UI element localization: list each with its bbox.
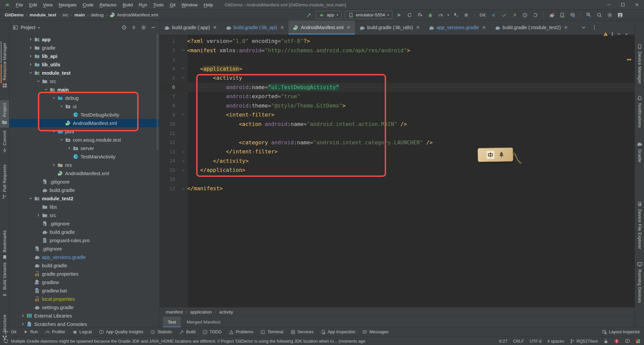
chevron-down-icon[interactable] bbox=[50, 129, 57, 134]
toolwindow-button-run[interactable]: Run bbox=[23, 330, 38, 334]
toolwindow-button-todo[interactable]: TODO bbox=[203, 330, 222, 335]
breadcrumb-item[interactable]: module_test bbox=[30, 12, 56, 17]
menu-window[interactable]: Window bbox=[178, 2, 201, 7]
sidebar-item-device-file-explorer[interactable]: Device File Explorer bbox=[635, 201, 644, 249]
tree-row[interactable]: src bbox=[9, 211, 159, 219]
line-number[interactable]: 10 bbox=[160, 121, 179, 127]
locate-file-button[interactable] bbox=[121, 25, 127, 30]
tab-merged-manifest[interactable]: Merged Manifest bbox=[182, 317, 225, 327]
chevron-down-icon[interactable] bbox=[58, 104, 65, 109]
readonly-lock-icon[interactable] bbox=[603, 339, 608, 344]
line-number[interactable]: 12 bbox=[160, 140, 179, 145]
tab-close-icon[interactable]: ✕ bbox=[346, 25, 351, 30]
chevron-down-icon[interactable] bbox=[35, 79, 42, 84]
profile-button-dropdown[interactable]: ▾ bbox=[447, 13, 449, 17]
tree-row[interactable]: java bbox=[9, 127, 159, 136]
minimize-button[interactable] bbox=[602, 0, 616, 9]
git-commit-button[interactable] bbox=[500, 11, 508, 19]
menu-build[interactable]: Build bbox=[120, 2, 136, 7]
chevron-right-icon[interactable] bbox=[27, 54, 34, 59]
apply-changes-button[interactable] bbox=[416, 11, 424, 19]
status-message[interactable]: Multiple Gradle daemons might be spawned… bbox=[11, 339, 365, 344]
tree-row[interactable]: MFAndroidManifest.xml bbox=[9, 119, 159, 127]
tree-row[interactable]: TestDebugActivity bbox=[9, 111, 159, 119]
line-separator[interactable]: CRLF bbox=[513, 339, 524, 344]
error-indicator-icon[interactable] bbox=[614, 339, 619, 344]
tab-build-gradle-lib-utils-[interactable]: build.gradle (:lib_utils)✕ bbox=[355, 20, 424, 34]
tab-close-icon[interactable]: ✕ bbox=[280, 25, 284, 30]
sidebar-item-bookmarks[interactable]: Bookmarks bbox=[0, 230, 9, 260]
git-update-button[interactable] bbox=[490, 11, 497, 19]
project-panel-title[interactable]: Project bbox=[21, 25, 36, 30]
tree-row[interactable]: External Libraries bbox=[9, 312, 159, 320]
tab-close-icon[interactable]: ✕ bbox=[416, 25, 420, 30]
line-number[interactable]: 3 bbox=[160, 57, 179, 62]
tree-row[interactable]: local.properties bbox=[9, 295, 159, 303]
menu-file[interactable]: File bbox=[13, 2, 26, 7]
build-button[interactable] bbox=[305, 11, 313, 19]
breadcrumb-item[interactable]: GitDemo bbox=[5, 12, 23, 17]
menu-edit[interactable]: Edit bbox=[26, 2, 40, 7]
tree-row[interactable]: res bbox=[9, 161, 159, 169]
tree-row[interactable]: module_test bbox=[9, 69, 159, 77]
rerun-button[interactable] bbox=[406, 11, 413, 19]
fold-marker-icon[interactable] bbox=[179, 113, 187, 117]
tree-row[interactable]: module_test2 bbox=[9, 194, 159, 203]
tree-row[interactable]: C++gradlew bbox=[9, 278, 159, 286]
fold-marker-icon[interactable] bbox=[179, 67, 187, 71]
line-number[interactable]: 6 bbox=[160, 84, 179, 90]
tree-row[interactable]: debug bbox=[9, 94, 159, 102]
project-scrollbar[interactable] bbox=[157, 34, 158, 150]
fold-marker-icon[interactable] bbox=[179, 159, 187, 163]
hide-panel-button[interactable] bbox=[151, 25, 156, 30]
tree-row[interactable]: gradle.properties bbox=[9, 270, 159, 278]
sidebar-item-structure[interactable]: Structure bbox=[0, 315, 9, 340]
breadcrumb-item[interactable]: main bbox=[74, 12, 85, 17]
tree-row[interactable]: main bbox=[9, 85, 159, 94]
fold-marker-icon[interactable] bbox=[179, 76, 187, 80]
error-stripe-mark[interactable] bbox=[627, 59, 631, 60]
fold-marker-icon[interactable] bbox=[179, 186, 187, 191]
toolwindow-button-layout-inspector[interactable]: Layout Inspector bbox=[602, 330, 640, 335]
tab-text[interactable]: Text bbox=[163, 317, 181, 327]
sidebar-item-gradle[interactable]: Gradle bbox=[635, 141, 644, 162]
collapse-all-button[interactable] bbox=[131, 25, 137, 30]
translate-button[interactable]: A bbox=[585, 11, 593, 19]
sidebar-item-build-variants[interactable]: Build Variants bbox=[0, 262, 9, 297]
chevron-right-icon[interactable] bbox=[27, 62, 34, 67]
tree-row[interactable]: lib_api bbox=[9, 52, 159, 60]
tab-close-icon[interactable]: ✕ bbox=[564, 25, 568, 30]
tree-row[interactable]: .gitignore bbox=[9, 178, 159, 186]
line-number[interactable]: 9 bbox=[160, 112, 179, 118]
git-branch-widget[interactable]: RQ527/test bbox=[570, 339, 598, 344]
chevron-down-icon[interactable] bbox=[27, 70, 34, 75]
menu-code[interactable]: Code bbox=[79, 2, 96, 7]
sidebar-item-resource-manager[interactable]: Resource Manager bbox=[0, 43, 9, 88]
toolwindow-button-app-quality-insights[interactable]: App Quality Insights bbox=[99, 330, 143, 335]
git-history-button[interactable] bbox=[521, 11, 529, 19]
debug-button[interactable] bbox=[427, 11, 434, 19]
sidebar-item-device-manager[interactable]: Device Manager bbox=[635, 44, 644, 84]
toolwindow-button-terminal[interactable]: Terminal bbox=[260, 330, 283, 335]
sidebar-item-pull-requests[interactable]: Pull Requests bbox=[0, 164, 9, 199]
indent-size[interactable]: 4 spaces bbox=[547, 339, 564, 344]
chevron-down-icon[interactable] bbox=[43, 87, 49, 92]
panel-options-button[interactable] bbox=[141, 25, 146, 30]
menu-help[interactable]: Help bbox=[201, 2, 216, 7]
tree-row[interactable]: build.gradle bbox=[9, 261, 159, 270]
breadcrumb-item[interactable]: src bbox=[62, 12, 68, 17]
menu-navigate[interactable]: Navigate bbox=[56, 2, 79, 7]
tree-row[interactable]: lib_utils bbox=[9, 60, 159, 69]
tab-build-gradle-app-[interactable]: build.gradle (:app)✕ bbox=[160, 20, 221, 34]
close-button[interactable] bbox=[630, 0, 644, 9]
tree-row[interactable]: proguard-rules.pro bbox=[9, 236, 159, 245]
toolwindow-button-services[interactable]: Services bbox=[290, 330, 314, 335]
sidebar-item-running-devices[interactable]: Running Devices bbox=[635, 262, 644, 303]
code-editor[interactable]: 1<?xml version="1.0" encoding="utf-8"?>2… bbox=[160, 35, 635, 307]
tree-row[interactable]: com.wssg.module.test bbox=[9, 136, 159, 144]
tree-row[interactable]: Scratches and Consoles bbox=[9, 320, 159, 327]
sdk-manager-button[interactable] bbox=[569, 11, 576, 19]
toolwindow-button-profiler[interactable]: Profiler bbox=[45, 330, 65, 335]
tree-row[interactable]: MFAndroidManifest.xml bbox=[9, 169, 159, 178]
breadcrumb-item[interactable]: MFAndroidManifest.xml bbox=[110, 12, 158, 18]
